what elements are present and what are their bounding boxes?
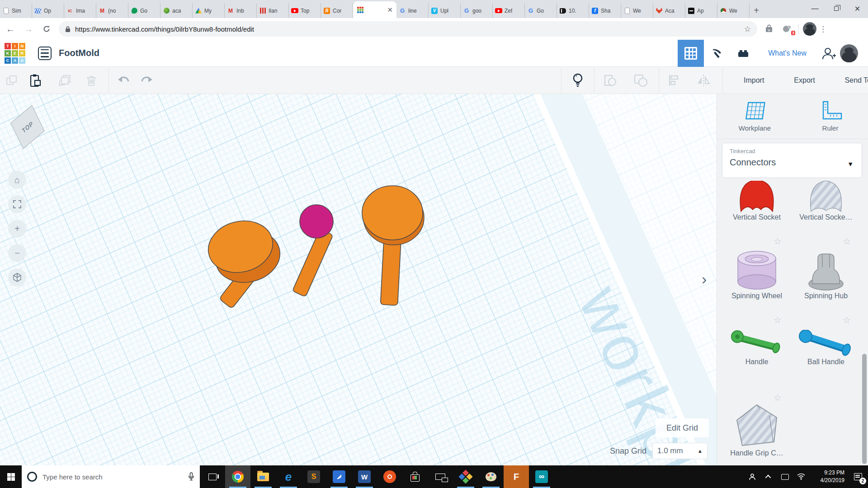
taskbar-edge[interactable]: e bbox=[276, 465, 301, 488]
delete-button[interactable] bbox=[80, 67, 103, 94]
taskbar-store[interactable] bbox=[402, 465, 428, 488]
favorite-star-icon[interactable]: ☆ bbox=[843, 236, 851, 247]
window-close-button[interactable]: ✕ bbox=[847, 0, 868, 17]
account-avatar[interactable] bbox=[840, 44, 858, 62]
tab-tinkercad-active[interactable]: ✕ bbox=[353, 1, 396, 18]
shape-library-dropdown[interactable]: Tinkercad Connectors ▼ bbox=[722, 143, 862, 178]
shape-item-handle-grip[interactable]: Handle Grip C… bbox=[723, 402, 791, 457]
zoom-in-button[interactable]: + bbox=[8, 220, 26, 238]
tab-vimeo[interactable]: Upl bbox=[429, 3, 461, 18]
window-restore-button[interactable] bbox=[826, 0, 847, 17]
paste-button[interactable] bbox=[24, 67, 47, 94]
shape-item-spinning-hub[interactable]: Spinning Hub bbox=[792, 247, 860, 300]
shape-item-handle[interactable]: Handle bbox=[723, 330, 791, 366]
shape-item-spinning-wheel[interactable]: Spinning Wheel bbox=[723, 247, 791, 300]
url-text[interactable]: https://www.tinkercad.com/things/0ilrbY8… bbox=[75, 25, 254, 33]
tab-youtube-1[interactable]: Top bbox=[289, 3, 321, 18]
export-button[interactable]: Export bbox=[794, 76, 815, 84]
tab-ilan[interactable]: Ilan bbox=[257, 3, 289, 18]
taskbar-chrome[interactable] bbox=[225, 465, 250, 488]
browser-menu-icon[interactable]: ⋮ bbox=[819, 24, 827, 34]
tab-facebook[interactable]: Sha bbox=[589, 3, 621, 18]
tab-gitlab[interactable]: Aca bbox=[653, 3, 685, 18]
wifi-icon[interactable] bbox=[793, 465, 809, 488]
touch-keyboard-icon[interactable] bbox=[777, 465, 793, 488]
tab-book[interactable]: 10. bbox=[557, 3, 589, 18]
panel-scrollbar[interactable] bbox=[862, 354, 867, 464]
brick-export-button[interactable] bbox=[730, 40, 756, 67]
tab-op[interactable]: Op bbox=[32, 3, 64, 18]
new-tab-button[interactable]: + bbox=[750, 3, 763, 18]
minecraft-export-button[interactable] bbox=[704, 40, 730, 67]
redo-button[interactable] bbox=[135, 67, 159, 94]
fit-view-button[interactable] bbox=[8, 195, 26, 213]
duplicate-button[interactable] bbox=[53, 67, 77, 94]
address-bar[interactable]: https://www.tinkercad.com/things/0ilrbY8… bbox=[59, 21, 757, 37]
whats-new-link[interactable]: What's New bbox=[768, 49, 807, 57]
tab-gmail-2[interactable]: Inb bbox=[225, 3, 257, 18]
undo-button[interactable] bbox=[112, 67, 135, 94]
snap-grid-dropdown[interactable]: 1.0 mm ▲ bbox=[652, 443, 708, 459]
home-view-button[interactable]: ⌂ bbox=[8, 171, 26, 189]
favorite-star-icon[interactable]: ☆ bbox=[774, 392, 782, 403]
taskbar-diamonds-app[interactable] bbox=[453, 465, 478, 488]
tab-drive[interactable]: My bbox=[193, 3, 225, 18]
taskbar-arduino[interactable]: ∞ bbox=[529, 465, 554, 488]
group-button[interactable] bbox=[598, 67, 622, 94]
taskbar-word[interactable]: W bbox=[352, 465, 377, 488]
refresh-button[interactable] bbox=[39, 21, 54, 37]
tinkercad-logo[interactable]: T I N K E R C A D bbox=[5, 43, 25, 64]
close-tab-icon[interactable]: ✕ bbox=[387, 6, 393, 13]
workplane-tool[interactable]: Workplane bbox=[717, 94, 793, 139]
tab-gmail-1[interactable]: (no bbox=[96, 3, 128, 18]
ungroup-button[interactable] bbox=[629, 67, 652, 94]
invite-user-button[interactable] bbox=[821, 47, 836, 60]
show-all-button[interactable] bbox=[566, 67, 590, 94]
task-view-button[interactable] bbox=[200, 465, 225, 488]
edit-grid-button[interactable]: Edit Grid bbox=[656, 418, 709, 437]
shape-item-vertical-socket[interactable]: Vertical Socket bbox=[723, 181, 791, 221]
send-to-button[interactable]: Send To bbox=[845, 76, 868, 84]
panel-collapse-chevron-icon[interactable]: › bbox=[702, 270, 707, 288]
window-minimize-button[interactable]: — bbox=[804, 0, 826, 17]
bookmark-star-icon[interactable]: ☆ bbox=[744, 24, 751, 34]
tab-youtube-2[interactable]: Zef bbox=[493, 3, 525, 18]
design-viewport[interactable]: workplane TOP ⌂ + − › Edit Gr bbox=[0, 94, 717, 465]
tab-blogger[interactable]: Cor bbox=[321, 3, 353, 18]
blocks-view-button[interactable] bbox=[678, 40, 704, 67]
favorite-star-icon[interactable]: ☆ bbox=[774, 236, 782, 247]
microphone-icon[interactable] bbox=[188, 472, 194, 481]
antivirus-extension-icon[interactable]: 3 bbox=[781, 24, 793, 33]
taskbar-clock[interactable]: 9:23 PM 4/20/2019 bbox=[813, 469, 844, 485]
shape-item-ball-handle[interactable]: Ball Handle bbox=[792, 330, 860, 366]
tab-goo[interactable]: goo bbox=[461, 3, 493, 18]
people-icon[interactable] bbox=[744, 465, 760, 488]
shape-item-vertical-socket-2[interactable]: Vertical Socke… bbox=[792, 181, 860, 221]
copy-button[interactable] bbox=[0, 67, 24, 94]
hidden-icons-chevron[interactable] bbox=[760, 465, 777, 488]
tab-line[interactable]: line bbox=[396, 3, 429, 18]
forward-button[interactable]: → bbox=[21, 21, 36, 37]
tab-aca[interactable]: aca bbox=[160, 3, 193, 18]
mirror-button[interactable] bbox=[692, 67, 715, 94]
tab-we-1[interactable]: We bbox=[621, 3, 653, 18]
tab-go[interactable]: Go bbox=[525, 3, 557, 18]
ruler-tool[interactable]: Ruler bbox=[793, 94, 868, 139]
align-button[interactable] bbox=[662, 67, 685, 94]
tab-ima[interactable]: Ima bbox=[64, 3, 96, 18]
extension-bag-icon[interactable]: a bbox=[763, 24, 775, 33]
tab-ap[interactable]: Ap bbox=[685, 3, 717, 18]
back-button[interactable]: ← bbox=[3, 21, 18, 37]
taskbar-search[interactable]: Type here to search bbox=[22, 465, 200, 488]
taskbar-paint-app[interactable] bbox=[326, 465, 352, 488]
taskbar-remote-desktop[interactable] bbox=[428, 465, 453, 488]
tab-hangouts[interactable]: Go bbox=[128, 3, 160, 18]
taskbar-file-explorer[interactable] bbox=[250, 465, 276, 488]
action-center-button[interactable]: 2 bbox=[848, 465, 868, 488]
perspective-toggle-button[interactable] bbox=[8, 268, 26, 286]
browser-profile-avatar[interactable] bbox=[803, 22, 816, 36]
tab-we-2[interactable]: We bbox=[717, 3, 750, 18]
import-button[interactable]: Import bbox=[744, 76, 764, 84]
taskbar-sublime-text[interactable]: S bbox=[301, 465, 326, 488]
design-title[interactable]: FootMold bbox=[59, 48, 99, 58]
